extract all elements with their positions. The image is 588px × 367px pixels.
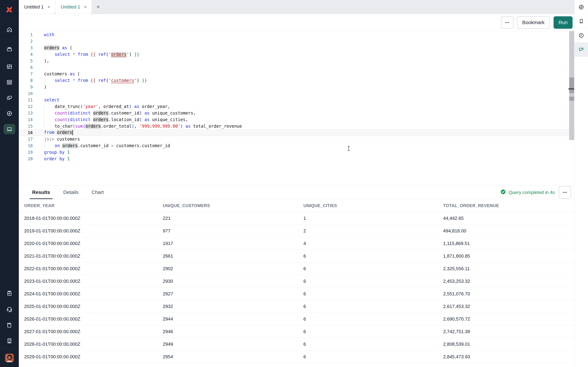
close-tab-icon[interactable] xyxy=(47,5,51,9)
tab-1[interactable]: Untitled 1 xyxy=(19,0,55,14)
clipboard-icon xyxy=(6,290,13,297)
table-row-13[interactable]: 2030-01-01T00:00:00.000Z287961,841,049.3… xyxy=(19,363,574,367)
scrollbar-cursor-mark xyxy=(569,88,574,90)
column-header-unique_customers[interactable]: UNIQUE_CUSTOMERS xyxy=(163,203,303,208)
line-number: 8 xyxy=(19,78,33,83)
table-cell: 2020-01-01T00:00:00.000Z xyxy=(24,241,163,246)
results-more-button[interactable] xyxy=(559,186,571,199)
right-rail-item-ai-chat[interactable] xyxy=(574,42,588,57)
code-line-18: 18 on orders.customer_id = customers.cus… xyxy=(19,142,574,149)
column-header-total_order_revenue[interactable]: TOTAL_ORDER_REVENUE xyxy=(443,203,574,208)
sidebar-item-clipboard[interactable] xyxy=(0,285,19,301)
code-line-15: 15 to_char(sum(orders.order_total), '999… xyxy=(19,123,574,129)
sidebar-item-building[interactable] xyxy=(0,333,19,349)
sidebar-item-dashboard[interactable] xyxy=(0,59,19,75)
column-header-unique_cities[interactable]: UNIQUE_CITIES xyxy=(303,203,443,208)
plus-icon xyxy=(96,4,101,9)
table-cell: 6 xyxy=(303,304,443,309)
table-cell: 2661 xyxy=(163,253,303,259)
results-tab-details[interactable]: Details xyxy=(63,186,78,199)
dots-icon xyxy=(562,189,568,195)
line-number: 16 xyxy=(19,130,33,135)
results-tab-chart[interactable]: Chart xyxy=(92,186,104,199)
table-cell: 2930 xyxy=(163,279,303,284)
table-body: 2018-01-01T00:00:00.000Z221144,442.65201… xyxy=(19,212,574,367)
table-row-11[interactable]: 2028-01-01T00:00:00.000Z294962,808,539.0… xyxy=(19,338,574,350)
hex-app: Untitled 1Untitled 1 Bookmark Run 1with2… xyxy=(0,0,588,367)
sidebar-item-drawer[interactable] xyxy=(0,39,19,59)
table-cell: 44,442.65 xyxy=(443,216,574,221)
user-avatar[interactable] xyxy=(0,349,19,367)
code-text: from orders xyxy=(44,130,73,135)
line-number: 3 xyxy=(19,46,33,50)
left-sidebar xyxy=(0,0,19,367)
code-text: select * from {{ ref('orders') }} xyxy=(44,52,139,57)
line-number: 4 xyxy=(19,52,33,57)
table-row-4[interactable]: 2021-01-01T00:00:00.000Z266161,871,800.8… xyxy=(19,250,574,262)
table-row-9[interactable]: 2026-01-01T00:00:00.000Z294462,690,570.7… xyxy=(19,313,574,325)
close-tab-icon[interactable] xyxy=(83,5,87,9)
line-number: 13 xyxy=(19,111,33,116)
table-cell: 6 xyxy=(303,291,443,297)
sidebar-item-book[interactable] xyxy=(0,317,19,333)
table-cell: 2,808,539.01 xyxy=(443,342,574,347)
table-row-8[interactable]: 2025-01-01T00:00:00.000Z293262,617,453.3… xyxy=(19,300,574,313)
column-header-order_year[interactable]: ORDER_YEAR xyxy=(24,203,163,208)
code-text: to_char(sum(orders.order_total), '999,99… xyxy=(44,124,242,129)
table-row-3[interactable]: 2020-01-01T00:00:00.000Z191741,115,869.5… xyxy=(19,237,574,250)
table-cell: 6 xyxy=(303,329,443,334)
table-row-5[interactable]: 2022-01-01T00:00:00.000Z290262,325,556.1… xyxy=(19,262,574,275)
windows-icon xyxy=(6,95,13,101)
table-row-1[interactable]: 2018-01-01T00:00:00.000Z221144,442.65 xyxy=(19,212,574,225)
line-number: 2 xyxy=(19,39,33,44)
table-cell: 2022-01-01T00:00:00.000Z xyxy=(24,266,163,271)
tab-bar: Untitled 1Untitled 1 xyxy=(19,0,574,14)
right-rail-item-clock[interactable] xyxy=(574,28,588,42)
results-tab-results[interactable]: Results xyxy=(32,186,50,199)
code-text: on orders.customer_id = customers.custom… xyxy=(44,143,170,148)
new-tab-button[interactable] xyxy=(92,0,104,14)
compass-icon xyxy=(6,110,13,117)
drawer-icon xyxy=(6,46,13,52)
hex-logo[interactable] xyxy=(0,0,19,20)
table-row-12[interactable]: 2029-01-01T00:00:00.000Z295462,845,473.9… xyxy=(19,350,574,363)
line-number: 12 xyxy=(19,104,33,109)
code-line-12: 12 date_trunc('year', ordered_at) as ord… xyxy=(19,103,574,110)
scrollbar-thumb[interactable] xyxy=(569,77,574,93)
table-cell: 221 xyxy=(163,216,303,221)
table-header-row: ORDER_YEARUNIQUE_CUSTOMERSUNIQUE_CITIEST… xyxy=(19,199,574,212)
table-row-7[interactable]: 2024-01-01T00:00:00.000Z292762,551,076.7… xyxy=(19,288,574,300)
sql-editor[interactable]: 1with23orders as (4 select * from {{ ref… xyxy=(19,31,574,185)
bookmark-button[interactable]: Bookmark xyxy=(517,16,550,29)
tab-2[interactable]: Untitled 1 xyxy=(55,0,92,14)
code-text: date_trunc('year', ordered_at) as order_… xyxy=(44,104,170,109)
code-text: customers as ( xyxy=(44,71,80,76)
code-line-9: 9) xyxy=(19,84,574,90)
sidebar-item-code-window[interactable] xyxy=(0,75,19,90)
more-options-button[interactable] xyxy=(501,16,513,29)
sidebar-item-windows[interactable] xyxy=(0,90,19,106)
right-rail-item-bookmark[interactable] xyxy=(574,14,588,28)
sidebar-nav xyxy=(0,20,19,137)
sidebar-item-home[interactable] xyxy=(0,20,19,39)
table-cell: 2,845,473.93 xyxy=(443,354,574,359)
line-number: 1 xyxy=(19,33,33,37)
run-button[interactable]: Run xyxy=(553,16,572,29)
editor-scrollbar[interactable] xyxy=(569,31,574,140)
code-line-11: 11select xyxy=(19,97,574,103)
sidebar-item-headset[interactable] xyxy=(0,301,19,317)
sidebar-item-laptop[interactable] xyxy=(0,121,19,137)
code-line-17: 17join customers xyxy=(19,136,574,142)
table-row-6[interactable]: 2023-01-01T00:00:00.000Z293062,453,253.3… xyxy=(19,275,574,288)
right-rail-item-compass[interactable] xyxy=(574,0,588,14)
ibeam-cursor-icon xyxy=(346,145,351,152)
line-number: 18 xyxy=(19,143,33,148)
table-row-10[interactable]: 2027-01-01T00:00:00.000Z294662,742,751.3… xyxy=(19,325,574,338)
book-icon xyxy=(6,322,13,328)
ai-chat-icon xyxy=(578,47,584,53)
table-row-2[interactable]: 2019-01-01T00:00:00.000Z9772494,818.00 xyxy=(19,225,574,237)
code-line-6: 6 xyxy=(19,64,574,71)
sidebar-item-compass[interactable] xyxy=(0,106,19,121)
line-number: 17 xyxy=(19,137,33,142)
line-number: 5 xyxy=(19,59,33,63)
